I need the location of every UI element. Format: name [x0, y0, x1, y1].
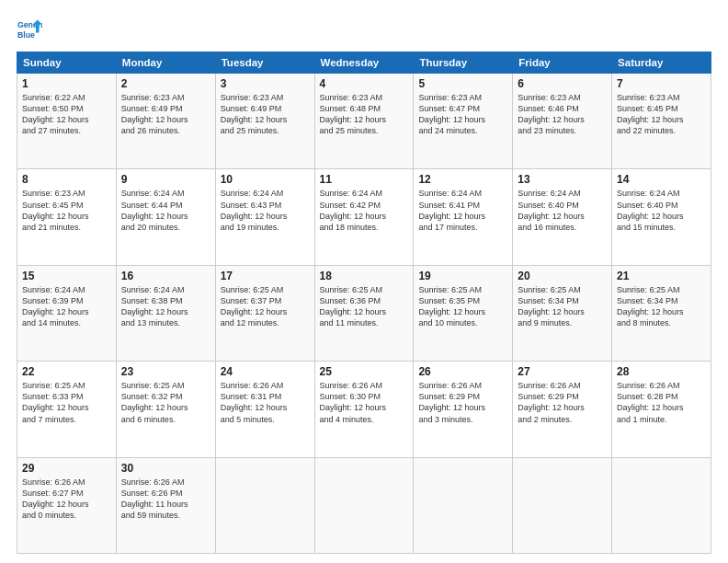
calendar-cell: 22Sunrise: 6:25 AM Sunset: 6:33 PM Dayli…	[17, 362, 117, 457]
day-info: Sunrise: 6:26 AM Sunset: 6:29 PM Dayligh…	[518, 380, 607, 425]
calendar-week-3: 15Sunrise: 6:24 AM Sunset: 6:39 PM Dayli…	[17, 265, 711, 361]
header: General Blue	[17, 17, 711, 42]
calendar-cell	[215, 457, 314, 553]
weekday-header-thursday: Thursday	[414, 52, 513, 74]
day-info: Sunrise: 6:23 AM Sunset: 6:49 PM Dayligh…	[121, 92, 210, 137]
day-number: 3	[221, 77, 310, 90]
day-info: Sunrise: 6:26 AM Sunset: 6:31 PM Dayligh…	[221, 380, 310, 425]
day-info: Sunrise: 6:25 AM Sunset: 6:32 PM Dayligh…	[121, 380, 210, 425]
day-number: 22	[22, 365, 111, 378]
calendar-cell: 28Sunrise: 6:26 AM Sunset: 6:28 PM Dayli…	[612, 362, 711, 457]
day-info: Sunrise: 6:23 AM Sunset: 6:46 PM Dayligh…	[518, 92, 607, 137]
day-number: 24	[221, 365, 310, 378]
day-info: Sunrise: 6:22 AM Sunset: 6:50 PM Dayligh…	[22, 92, 111, 137]
calendar-cell: 17Sunrise: 6:25 AM Sunset: 6:37 PM Dayli…	[215, 265, 314, 361]
calendar-week-5: 29Sunrise: 6:26 AM Sunset: 6:27 PM Dayli…	[17, 457, 711, 553]
calendar-cell	[314, 457, 414, 553]
weekday-header-tuesday: Tuesday	[215, 52, 314, 74]
day-number: 17	[221, 270, 310, 282]
day-number: 9	[121, 173, 210, 186]
day-info: Sunrise: 6:24 AM Sunset: 6:43 PM Dayligh…	[221, 188, 310, 233]
day-number: 2	[121, 77, 210, 90]
day-number: 6	[518, 77, 607, 90]
day-number: 20	[518, 270, 607, 282]
day-number: 14	[617, 173, 706, 186]
day-number: 18	[320, 270, 409, 282]
day-number: 4	[320, 77, 409, 90]
day-info: Sunrise: 6:24 AM Sunset: 6:38 PM Dayligh…	[121, 284, 210, 329]
calendar-cell: 2Sunrise: 6:23 AM Sunset: 6:49 PM Daylig…	[116, 74, 215, 169]
calendar-cell: 24Sunrise: 6:26 AM Sunset: 6:31 PM Dayli…	[215, 362, 314, 457]
day-number: 10	[221, 173, 310, 186]
calendar-cell: 9Sunrise: 6:24 AM Sunset: 6:44 PM Daylig…	[116, 169, 215, 265]
day-info: Sunrise: 6:26 AM Sunset: 6:27 PM Dayligh…	[22, 477, 111, 522]
calendar-cell: 21Sunrise: 6:25 AM Sunset: 6:34 PM Dayli…	[612, 265, 711, 361]
calendar-cell: 10Sunrise: 6:24 AM Sunset: 6:43 PM Dayli…	[215, 169, 314, 265]
day-info: Sunrise: 6:23 AM Sunset: 6:45 PM Dayligh…	[617, 92, 706, 137]
calendar-cell: 5Sunrise: 6:23 AM Sunset: 6:47 PM Daylig…	[414, 74, 513, 169]
calendar-cell: 14Sunrise: 6:24 AM Sunset: 6:40 PM Dayli…	[612, 169, 711, 265]
day-info: Sunrise: 6:25 AM Sunset: 6:35 PM Dayligh…	[418, 284, 507, 329]
day-number: 11	[320, 173, 409, 186]
day-number: 28	[617, 365, 706, 378]
calendar-cell: 18Sunrise: 6:25 AM Sunset: 6:36 PM Dayli…	[314, 265, 414, 361]
calendar-cell	[513, 457, 612, 553]
calendar: SundayMondayTuesdayWednesdayThursdayFrid…	[17, 52, 711, 554]
day-info: Sunrise: 6:25 AM Sunset: 6:34 PM Dayligh…	[617, 284, 706, 329]
calendar-cell: 4Sunrise: 6:23 AM Sunset: 6:48 PM Daylig…	[314, 74, 414, 169]
day-number: 19	[418, 270, 507, 282]
calendar-week-1: 1Sunrise: 6:22 AM Sunset: 6:50 PM Daylig…	[17, 74, 711, 169]
weekday-header-monday: Monday	[116, 52, 215, 74]
day-info: Sunrise: 6:24 AM Sunset: 6:41 PM Dayligh…	[418, 188, 507, 233]
day-info: Sunrise: 6:26 AM Sunset: 6:29 PM Dayligh…	[418, 380, 507, 425]
calendar-cell: 29Sunrise: 6:26 AM Sunset: 6:27 PM Dayli…	[17, 457, 117, 553]
day-number: 12	[418, 173, 507, 186]
calendar-cell: 11Sunrise: 6:24 AM Sunset: 6:42 PM Dayli…	[314, 169, 414, 265]
day-number: 13	[518, 173, 607, 186]
calendar-cell: 19Sunrise: 6:25 AM Sunset: 6:35 PM Dayli…	[414, 265, 513, 361]
calendar-week-2: 8Sunrise: 6:23 AM Sunset: 6:45 PM Daylig…	[17, 169, 711, 265]
day-number: 15	[22, 270, 111, 282]
weekday-header-wednesday: Wednesday	[314, 52, 414, 74]
day-info: Sunrise: 6:23 AM Sunset: 6:47 PM Dayligh…	[418, 92, 507, 137]
calendar-cell: 26Sunrise: 6:26 AM Sunset: 6:29 PM Dayli…	[414, 362, 513, 457]
day-number: 26	[418, 365, 507, 378]
calendar-cell: 30Sunrise: 6:26 AM Sunset: 6:26 PM Dayli…	[116, 457, 215, 553]
day-info: Sunrise: 6:24 AM Sunset: 6:40 PM Dayligh…	[518, 188, 607, 233]
calendar-cell	[414, 457, 513, 553]
logo: General Blue	[17, 17, 42, 42]
day-number: 16	[121, 270, 210, 282]
day-number: 5	[418, 77, 507, 90]
day-info: Sunrise: 6:26 AM Sunset: 6:28 PM Dayligh…	[617, 380, 706, 425]
day-info: Sunrise: 6:26 AM Sunset: 6:26 PM Dayligh…	[121, 477, 210, 522]
logo-icon: General Blue	[17, 17, 42, 42]
calendar-cell: 15Sunrise: 6:24 AM Sunset: 6:39 PM Dayli…	[17, 265, 117, 361]
calendar-cell: 20Sunrise: 6:25 AM Sunset: 6:34 PM Dayli…	[513, 265, 612, 361]
day-info: Sunrise: 6:23 AM Sunset: 6:49 PM Dayligh…	[221, 92, 310, 137]
calendar-cell: 25Sunrise: 6:26 AM Sunset: 6:30 PM Dayli…	[314, 362, 414, 457]
weekday-header-friday: Friday	[513, 52, 612, 74]
calendar-cell: 6Sunrise: 6:23 AM Sunset: 6:46 PM Daylig…	[513, 74, 612, 169]
day-info: Sunrise: 6:25 AM Sunset: 6:36 PM Dayligh…	[320, 284, 409, 329]
day-info: Sunrise: 6:24 AM Sunset: 6:40 PM Dayligh…	[617, 188, 706, 233]
day-info: Sunrise: 6:26 AM Sunset: 6:30 PM Dayligh…	[320, 380, 409, 425]
calendar-cell: 12Sunrise: 6:24 AM Sunset: 6:41 PM Dayli…	[414, 169, 513, 265]
day-number: 27	[518, 365, 607, 378]
day-info: Sunrise: 6:25 AM Sunset: 6:34 PM Dayligh…	[518, 284, 607, 329]
day-number: 25	[320, 365, 409, 378]
day-number: 7	[617, 77, 706, 90]
day-number: 21	[617, 270, 706, 282]
calendar-cell: 3Sunrise: 6:23 AM Sunset: 6:49 PM Daylig…	[215, 74, 314, 169]
day-number: 1	[22, 77, 111, 90]
calendar-cell: 27Sunrise: 6:26 AM Sunset: 6:29 PM Dayli…	[513, 362, 612, 457]
day-info: Sunrise: 6:23 AM Sunset: 6:45 PM Dayligh…	[22, 188, 111, 233]
calendar-cell: 8Sunrise: 6:23 AM Sunset: 6:45 PM Daylig…	[17, 169, 117, 265]
calendar-cell: 1Sunrise: 6:22 AM Sunset: 6:50 PM Daylig…	[17, 74, 117, 169]
day-number: 23	[121, 365, 210, 378]
day-info: Sunrise: 6:23 AM Sunset: 6:48 PM Dayligh…	[320, 92, 409, 137]
day-info: Sunrise: 6:25 AM Sunset: 6:33 PM Dayligh…	[22, 380, 111, 425]
calendar-week-4: 22Sunrise: 6:25 AM Sunset: 6:33 PM Dayli…	[17, 362, 711, 457]
page: General Blue SundayMondayTuesdayWednesda…	[0, 0, 728, 563]
weekday-header-sunday: Sunday	[17, 52, 117, 74]
calendar-cell	[612, 457, 711, 553]
